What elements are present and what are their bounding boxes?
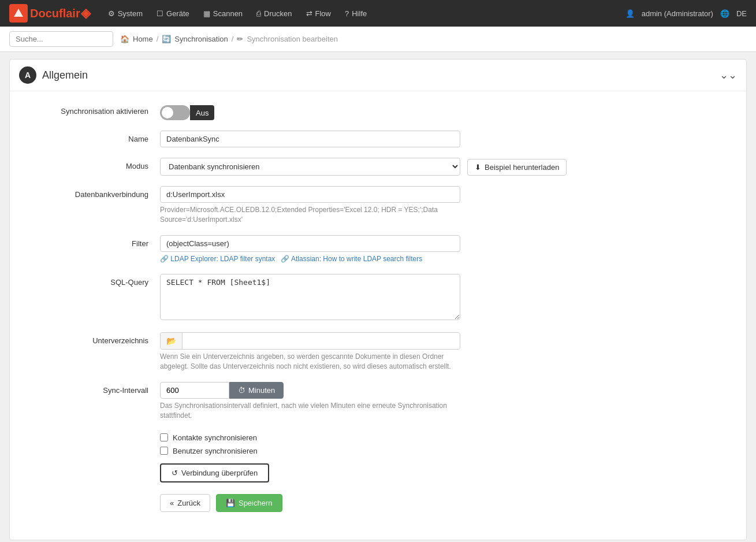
sql-query-label: SQL-Query — [33, 274, 160, 287]
brand-icon — [9, 4, 28, 23]
help-icon: ? — [345, 9, 349, 18]
nav-hilfe-label: Hilfe — [352, 9, 367, 18]
clock-icon: ⏱ — [238, 386, 245, 395]
filter-label: Filter — [33, 235, 160, 248]
nav-drucken-label: Drucken — [264, 9, 292, 18]
globe-icon: 🌐 — [720, 9, 729, 18]
sql-query-row: SQL-Query SELECT * FROM [Sheet1$] — [33, 274, 723, 322]
kontakte-sync-checkbox[interactable] — [160, 433, 168, 441]
benutzer-sync-label: Benutzer synchronisieren — [173, 447, 258, 455]
unterverzeichnis-row: Unterverzeichnis 📂 Wenn Sie ein Unterver… — [33, 332, 723, 372]
name-row: Name — [33, 131, 723, 147]
datenbankverbindung-input[interactable] — [160, 186, 460, 203]
verbindung-pruefen-button[interactable]: ↺ Verbindung überprüfen — [160, 463, 269, 482]
download-icon: ⬇ — [475, 163, 481, 172]
kontakte-sync-row: Kontakte synchronisieren — [160, 433, 460, 442]
checkboxes-row: Kontakte synchronisieren Benutzer synchr… — [33, 431, 723, 512]
name-input[interactable] — [160, 131, 460, 147]
filter-row: Filter 🔗 LDAP Explorer: LDAP filter synt… — [33, 235, 723, 264]
nav-geraete-label: Geräte — [166, 9, 189, 18]
nav-hilfe[interactable]: ? Hilfe — [339, 0, 373, 27]
sync-aktivieren-row: Synchronisation aktivieren Aus — [33, 103, 723, 120]
name-label: Name — [33, 131, 160, 143]
main-content: A Allgemein ⌄⌄ Synchronisation aktiviere… — [0, 52, 756, 542]
zurueck-button[interactable]: « Zurück — [160, 494, 210, 512]
refresh-icon: ↺ — [172, 469, 178, 477]
section-header: A Allgemein ⌄⌄ — [10, 60, 746, 91]
user-label: admin (Administrator) — [642, 9, 713, 18]
brand-text: Docuflair◈ — [30, 6, 91, 21]
sync-intervall-hint: Das Synchronisationsintervall definiert,… — [160, 401, 460, 421]
link-icon-2: 🔗 — [281, 255, 289, 263]
sync-intervall-input[interactable] — [160, 382, 229, 399]
edit-icon: ✏ — [237, 35, 243, 43]
nav-system[interactable]: ⚙ System — [102, 0, 148, 27]
breadcrumb-active: Synchronisation bearbeiten — [247, 35, 338, 43]
save-icon: 💾 — [226, 499, 235, 507]
kontakte-sync-label: Kontakte synchronisieren — [173, 433, 257, 442]
scan-icon: ▦ — [203, 9, 210, 18]
action-buttons: « Zurück 💾 Speichern — [160, 494, 460, 512]
sync-intervall-unit-button[interactable]: ⏱ Minuten — [229, 382, 284, 399]
atlassian-link[interactable]: Atlassian: How to write LDAP search filt… — [291, 255, 422, 263]
form-body: Synchronisation aktivieren Aus Name — [10, 91, 746, 540]
breadcrumb-home[interactable]: Home — [133, 35, 153, 43]
toggle-switch[interactable] — [160, 105, 190, 120]
nav-system-label: System — [118, 9, 143, 18]
breadcrumb: 🏠 Home / 🔄 Synchronisation / ✏ Synchroni… — [120, 35, 338, 43]
topbar: 🏠 Home / 🔄 Synchronisation / ✏ Synchroni… — [0, 27, 756, 52]
navbar: Docuflair◈ ⚙ System ☐ Geräte ▦ Scannen ⎙… — [0, 0, 756, 27]
datenbankverbindung-label: Datenbankverbindung — [33, 186, 160, 199]
modus-select[interactable]: Datenbank synchronisieren LDAP synchroni… — [160, 158, 460, 176]
folder-icon: 📂 — [166, 336, 176, 346]
nav-scannen[interactable]: ▦ Scannen — [198, 0, 248, 27]
toggle-wrap: Aus — [160, 103, 460, 120]
sync-icon: 🔄 — [162, 35, 171, 43]
datenbankverbindung-row: Datenbankverbindung Provider=Microsoft.A… — [33, 186, 723, 225]
section-avatar: A — [19, 66, 36, 84]
user-icon: 👤 — [625, 9, 635, 18]
modus-label: Modus — [33, 158, 160, 170]
section-title: A Allgemein — [19, 66, 88, 84]
sql-query-textarea[interactable]: SELECT * FROM [Sheet1$] — [160, 274, 460, 320]
brand: Docuflair◈ — [9, 4, 91, 23]
unterverzeichnis-input[interactable] — [183, 333, 460, 349]
svg-marker-0 — [14, 9, 23, 17]
nav-flow-label: Flow — [315, 9, 331, 18]
unterverzeichnis-label: Unterverzeichnis — [33, 332, 160, 345]
section-title-text: Allgemein — [42, 69, 88, 81]
search-input[interactable] — [9, 31, 113, 47]
benutzer-sync-row: Benutzer synchronisieren — [160, 447, 460, 455]
nav-flow[interactable]: ⇄ Flow — [300, 0, 337, 27]
toggle-label: Aus — [190, 105, 214, 120]
nav-geraete[interactable]: ☐ Geräte — [151, 0, 195, 27]
nav-scannen-label: Scannen — [213, 9, 243, 18]
ldap-explorer-link[interactable]: LDAP Explorer: LDAP filter syntax — [170, 255, 275, 263]
speichern-button[interactable]: 💾 Speichern — [216, 494, 282, 512]
unterverzeichnis-hint: Wenn Sie ein Unterverzeichnis angeben, s… — [160, 352, 460, 372]
gear-icon: ⚙ — [108, 9, 115, 18]
nav-drucken[interactable]: ⎙ Drucken — [251, 0, 297, 27]
benutzer-sync-checkbox[interactable] — [160, 447, 168, 455]
sync-aktivieren-label: Synchronisation aktivieren — [33, 103, 160, 116]
datenbankverbindung-hint: Provider=Microsoft.ACE.OLEDB.12.0;Extend… — [160, 205, 460, 225]
breadcrumb-sync[interactable]: Synchronisation — [174, 35, 228, 43]
monitor-icon: ☐ — [157, 9, 163, 18]
sync-intervall-row: Sync-Intervall ⏱ Minuten Das Synchronisa… — [33, 382, 723, 421]
dir-browse-button[interactable]: 📂 — [161, 333, 183, 349]
sync-intervall-label: Sync-Intervall — [33, 382, 160, 395]
collapse-icon[interactable]: ⌄⌄ — [720, 69, 737, 81]
section-card: A Allgemein ⌄⌄ Synchronisation aktiviere… — [9, 59, 747, 540]
print-icon: ⎙ — [256, 9, 261, 18]
back-icon: « — [170, 499, 174, 507]
filter-input[interactable] — [160, 235, 460, 252]
toggle-slider — [160, 105, 190, 120]
navbar-right: 👤 admin (Administrator) 🌐 DE — [625, 9, 747, 18]
home-icon: 🏠 — [120, 35, 129, 43]
beispiel-download-button[interactable]: ⬇ Beispiel herunterladen — [467, 159, 567, 176]
flow-icon: ⇄ — [306, 9, 312, 18]
link-icon-1: 🔗 — [160, 255, 169, 263]
lang-label: DE — [736, 9, 747, 18]
dir-input-wrap: 📂 — [160, 332, 460, 350]
modus-row: Modus Datenbank synchronisieren LDAP syn… — [33, 158, 723, 176]
